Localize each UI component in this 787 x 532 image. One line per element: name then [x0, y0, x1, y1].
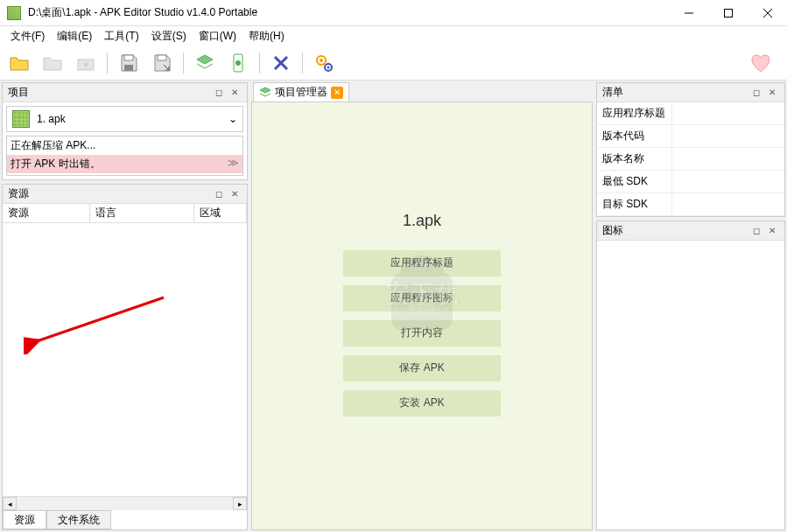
svg-line-17 [37, 298, 164, 341]
undock-icon[interactable]: ◻ [212, 187, 226, 201]
tab-project-manager[interactable]: 项目管理器 ✕ [253, 82, 349, 102]
manifest-panel-title: 清单 [602, 85, 748, 100]
chevron-down-icon: ⌄ [228, 113, 237, 125]
svg-point-14 [320, 59, 323, 62]
donate-button[interactable] [747, 49, 775, 77]
resource-panel-title: 资源 [8, 186, 210, 201]
cancel-button[interactable] [267, 49, 295, 77]
minimize-button[interactable] [669, 0, 708, 25]
close-button[interactable] [748, 0, 787, 25]
open-button[interactable] [5, 49, 33, 77]
menu-file[interactable]: 文件(F) [5, 27, 50, 46]
close-icon[interactable]: ✕ [765, 224, 779, 238]
project-panel-title: 项目 [8, 85, 210, 100]
col-resource[interactable]: 资源 [3, 204, 90, 222]
tab-filesystem[interactable]: 文件系统 [46, 510, 111, 529]
horizontal-scrollbar[interactable]: ◂ ▸ [3, 496, 247, 510]
tab-close-icon[interactable]: ✕ [331, 87, 343, 99]
close-icon[interactable]: ✕ [765, 86, 779, 100]
menu-settings[interactable]: 设置(S) [146, 27, 192, 46]
title-bar: D:\桌面\1.apk - APK Editor Studio v1.4.0 P… [0, 0, 787, 26]
close-icon[interactable]: ✕ [228, 187, 242, 201]
scroll-left-icon[interactable]: ◂ [3, 497, 17, 510]
menu-window[interactable]: 窗口(W) [193, 27, 242, 46]
watermark-url: anxz.com [392, 304, 452, 319]
layers-button[interactable] [191, 49, 219, 77]
app-icon [7, 6, 21, 20]
menu-help[interactable]: 帮助(H) [243, 27, 290, 46]
layers-icon [259, 87, 271, 99]
scroll-right-icon[interactable]: ▸ [233, 497, 247, 510]
log-error-text: 打开 APK 时出错。 [11, 157, 101, 172]
undock-icon[interactable]: ◻ [749, 86, 763, 100]
save-button[interactable] [115, 49, 143, 77]
resource-columns: 资源 语言 区域 [3, 204, 247, 223]
resource-panel: 资源 ◻ ✕ 资源 语言 区域 ◂ ▸ 资源 [2, 184, 248, 530]
window-title: D:\桌面\1.apk - APK Editor Studio v1.4.0 P… [28, 5, 669, 20]
svg-point-5 [84, 63, 88, 66]
project-manager-view: 安下载 anxz.com 1.apk 应用程序标题 应用程序图标 打开内容 保存… [251, 102, 593, 530]
close-icon[interactable]: ✕ [228, 86, 242, 100]
mf-version-name: 版本名称 [597, 148, 671, 170]
col-region[interactable]: 区域 [194, 204, 247, 222]
menu-bar: 文件(F) 编辑(E) 工具(T) 设置(S) 窗口(W) 帮助(H) [0, 26, 787, 46]
mf-version-name-value[interactable] [671, 148, 784, 170]
close-project-button[interactable] [72, 49, 100, 77]
mf-app-title-value[interactable] [671, 102, 784, 124]
mf-app-title: 应用程序标题 [597, 102, 671, 124]
icon-panel: 图标 ◻ ✕ [596, 220, 785, 530]
project-name: 1. apk [37, 113, 66, 125]
icon-list[interactable] [597, 241, 784, 529]
menu-edit[interactable]: 编辑(E) [52, 27, 97, 46]
undock-icon[interactable]: ◻ [212, 86, 226, 100]
menu-tools[interactable]: 工具(T) [99, 27, 144, 46]
action-save-apk[interactable]: 保存 APK [343, 355, 501, 382]
settings-button[interactable] [310, 49, 338, 77]
svg-rect-8 [158, 55, 166, 60]
undock-icon[interactable]: ◻ [749, 224, 763, 238]
project-panel: 项目 ◻ ✕ 1. apk ⌄ 正在解压缩 APK... 打开 APK 时出错。… [2, 82, 248, 180]
apk-filename: 1.apk [403, 212, 441, 230]
mf-min-sdk: 最低 SDK [597, 171, 671, 192]
project-selector[interactable]: 1. apk ⌄ [6, 106, 243, 132]
tab-resource[interactable]: 资源 [3, 510, 46, 529]
mf-target-sdk-value[interactable] [671, 193, 784, 215]
mf-version-code: 版本代码 [597, 125, 671, 147]
mf-target-sdk: 目标 SDK [597, 193, 671, 215]
col-language[interactable]: 语言 [90, 204, 194, 222]
editor-tabs: 项目管理器 ✕ [249, 80, 594, 102]
annotation-arrow [24, 293, 172, 354]
toolbar [0, 46, 787, 80]
log-area: 正在解压缩 APK... 打开 APK 时出错。 ≫ [6, 136, 243, 176]
mf-version-code-value[interactable] [671, 125, 784, 147]
svg-rect-1 [724, 9, 732, 17]
mf-min-sdk-value[interactable] [671, 171, 784, 192]
action-install-apk[interactable]: 安装 APK [343, 390, 501, 416]
resource-tree[interactable] [3, 223, 247, 496]
icon-panel-title: 图标 [602, 223, 748, 238]
log-error-row[interactable]: 打开 APK 时出错。 ≫ [7, 155, 242, 173]
maximize-button[interactable] [708, 0, 748, 25]
svg-point-16 [327, 66, 330, 68]
open-recent-button[interactable] [39, 49, 67, 77]
save-as-button[interactable] [148, 49, 176, 77]
device-button[interactable] [224, 49, 252, 77]
svg-point-10 [235, 60, 241, 66]
svg-rect-7 [124, 65, 133, 71]
chevron-right-icon: ≫ [228, 157, 239, 172]
apk-icon [12, 110, 30, 128]
tab-label: 项目管理器 [275, 85, 327, 100]
svg-rect-6 [124, 55, 133, 60]
manifest-panel: 清单 ◻ ✕ 应用程序标题 版本代码 版本名称 最低 SDK 目标 SDK [596, 82, 785, 217]
log-row: 正在解压缩 APK... [7, 136, 242, 155]
